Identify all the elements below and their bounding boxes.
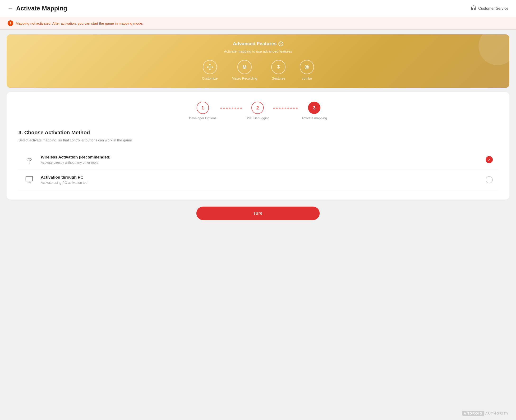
warning-banner: ! Mapping not activated. After activatio… (0, 17, 516, 30)
header: ← Activate Mapping Customer Service (0, 0, 516, 17)
step-dots-1 (216, 108, 246, 114)
step-3: 3 Activate mapping (301, 102, 327, 120)
combo-label: combo (302, 76, 312, 80)
step-1-label: Developer Options (189, 116, 216, 120)
step-dots-2 (270, 108, 301, 114)
pc-radio[interactable] (486, 176, 493, 183)
step-2-label: USB Debugging (246, 116, 270, 120)
gestures-label: Gestures (272, 76, 285, 80)
feature-gestures: Gestures (271, 60, 285, 80)
customize-icon (203, 60, 217, 74)
macro-label: Macro Recording (232, 76, 257, 80)
svg-point-0 (209, 66, 211, 68)
choose-activation-title: 3. Choose Activation Method (18, 130, 498, 136)
gestures-icon (271, 60, 285, 74)
feature-customize: Customize (202, 60, 218, 80)
advanced-title: Advanced Features ? (14, 41, 502, 46)
svg-point-3 (207, 67, 208, 68)
sure-button[interactable]: sure (196, 207, 320, 220)
wireless-option-title: Wireless Activation (Recommended) (41, 155, 480, 160)
customize-label: Customize (202, 76, 218, 80)
header-left: ← Activate Mapping (8, 5, 67, 12)
page-title: Activate Mapping (16, 5, 67, 12)
macro-icon: M (237, 60, 252, 74)
advanced-features-card: Advanced Features ? Activate mapping to … (7, 34, 509, 88)
main-content: Advanced Features ? Activate mapping to … (0, 30, 516, 204)
wireless-radio[interactable]: ✓ (486, 156, 493, 163)
headset-icon (471, 5, 476, 12)
wireless-option-desc: Activate directly without any other tool… (41, 161, 480, 165)
svg-rect-9 (26, 176, 33, 181)
step-3-label: Activate mapping (301, 116, 327, 120)
svg-point-8 (29, 163, 29, 164)
combo-icon (300, 60, 314, 74)
feature-macro: M Macro Recording (232, 60, 257, 80)
feature-combo: combo (300, 60, 314, 80)
customer-service-label: Customer Service (478, 6, 508, 11)
step-1: 1 Developer Options (189, 102, 216, 120)
pc-option-text: Activation through PC Activate using PC … (41, 175, 480, 185)
step-2-circle: 2 (251, 102, 264, 114)
svg-point-5 (278, 67, 279, 68)
svg-point-2 (209, 69, 210, 70)
wireless-option-text: Wireless Activation (Recommended) Activa… (41, 155, 480, 165)
pc-option[interactable]: Activation through PC Activate using PC … (18, 170, 498, 190)
choose-activation-subtitle: Select activate mapping, so that control… (18, 138, 498, 142)
advanced-subtitle: Activate mapping to use advanced feature… (14, 49, 502, 53)
watermark-brand: ANDROID (462, 411, 484, 416)
question-badge[interactable]: ? (278, 41, 283, 46)
svg-point-6 (305, 65, 309, 69)
back-button[interactable]: ← (8, 6, 13, 12)
svg-point-1 (209, 64, 210, 65)
watermark: ANDROID AUTHORITY (462, 412, 509, 415)
features-row: Customize M Macro Recording Gestures (14, 60, 502, 80)
step-1-circle: 1 (197, 102, 209, 114)
steps-row: 1 Developer Options 2 USB Debuggi (18, 102, 498, 120)
steps-card: 1 Developer Options 2 USB Debuggi (7, 92, 509, 199)
watermark-suffix: AUTHORITY (484, 412, 509, 415)
warning-icon: ! (8, 20, 13, 26)
pc-option-title: Activation through PC (41, 175, 480, 180)
step-2: 2 USB Debugging (246, 102, 270, 120)
activation-options: Wireless Activation (Recommended) Activa… (18, 150, 498, 190)
warning-text: Mapping not activated. After activation,… (16, 21, 143, 25)
monitor-icon (23, 176, 35, 184)
step-3-circle: 3 (308, 102, 320, 114)
customer-service-button[interactable]: Customer Service (471, 5, 508, 12)
wireless-icon (23, 155, 35, 164)
svg-point-4 (212, 67, 213, 68)
wireless-option[interactable]: Wireless Activation (Recommended) Activa… (18, 150, 498, 170)
sure-button-container: sure (0, 204, 516, 227)
pc-option-desc: Activate using PC activation tool (41, 181, 480, 185)
